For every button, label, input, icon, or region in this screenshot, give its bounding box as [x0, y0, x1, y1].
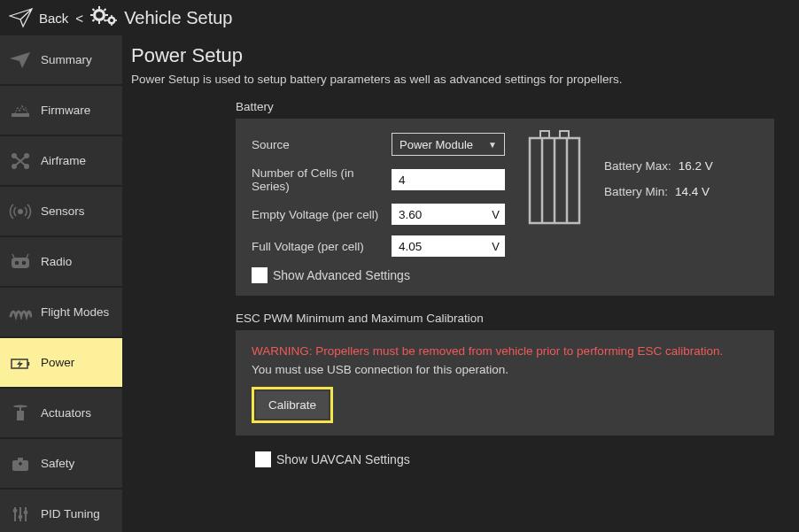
esc-note: You must use USB connection for this ope…	[252, 363, 758, 376]
power-icon	[7, 354, 34, 372]
page-header-title: Vehicle Setup	[124, 8, 232, 28]
sidebar-item-firmware[interactable]: Firmware	[0, 86, 122, 135]
svg-line-25	[12, 254, 14, 258]
svg-rect-4	[92, 8, 96, 12]
svg-rect-2	[90, 14, 93, 16]
sidebar-item-actuators[interactable]: Actuators	[0, 389, 122, 437]
battery-panel: Source Power Module ▼ Number of Cells (i…	[236, 119, 774, 296]
full-voltage-input[interactable]: 4.05 V	[392, 235, 505, 257]
safety-icon	[7, 454, 34, 474]
calibrate-highlight: Calibrate	[252, 387, 333, 423]
svg-point-24	[22, 260, 27, 265]
battery-max-value: 16.2 V	[679, 159, 713, 173]
show-advanced-label: Show Advanced Settings	[273, 268, 410, 282]
show-advanced-checkbox[interactable]	[252, 267, 268, 283]
sidebar-item-safety[interactable]: Safety	[0, 439, 122, 488]
empty-voltage-unit: V	[492, 208, 500, 221]
sensors-icon	[7, 202, 34, 221]
page-description: Power Setup is used to setup battery par…	[131, 73, 790, 86]
show-uavcan-label: Show UAVCAN Settings	[276, 452, 410, 466]
sidebar-item-flight-modes[interactable]: Flight Modes	[0, 288, 122, 336]
sidebar-item-label: PID Tuning	[41, 507, 100, 520]
battery-icon	[526, 129, 583, 283]
sidebar-item-label: Safety	[41, 457, 74, 470]
svg-rect-1	[98, 21, 100, 24]
page-title: Power Setup	[131, 44, 790, 67]
esc-warning: WARNING: Propellers must be removed from…	[252, 344, 758, 358]
sidebar-item-label: Power	[41, 356, 74, 369]
sidebar-item-label: Flight Modes	[41, 305, 109, 319]
back-button[interactable]: Back	[39, 11, 68, 26]
battery-section-label: Battery	[236, 100, 790, 113]
svg-rect-0	[98, 6, 100, 9]
cells-input[interactable]: 4	[392, 169, 505, 190]
svg-line-26	[27, 254, 28, 258]
source-select[interactable]: Power Module ▼	[392, 133, 505, 156]
svg-rect-22	[12, 258, 29, 268]
cells-value: 4	[399, 173, 406, 187]
svg-point-39	[13, 508, 18, 513]
empty-voltage-label: Empty Voltage (per cell)	[252, 208, 392, 221]
airframe-icon	[7, 151, 34, 171]
sidebar: Summary Firmware Airframe Sensors Radio	[0, 35, 124, 532]
content-area: Power Setup Power Setup is used to setup…	[124, 35, 799, 532]
battery-max-label: Battery Max:	[604, 159, 671, 173]
sidebar-item-label: Airframe	[41, 154, 86, 167]
actuators-icon	[7, 404, 34, 423]
chevron-down-icon: ▼	[488, 140, 497, 150]
svg-rect-11	[111, 23, 112, 25]
sidebar-item-summary[interactable]: Summary	[0, 35, 122, 84]
back-chevron: <	[74, 11, 85, 26]
svg-rect-3	[105, 14, 108, 16]
svg-rect-14	[12, 113, 29, 117]
sidebar-item-pid-tuning[interactable]: PID Tuning	[0, 490, 122, 532]
firmware-icon	[7, 102, 34, 120]
svg-point-41	[24, 510, 28, 514]
sidebar-item-airframe[interactable]: Airframe	[0, 136, 122, 185]
esc-panel: WARNING: Propellers must be removed from…	[236, 330, 774, 436]
svg-rect-7	[104, 8, 107, 12]
show-uavcan-checkbox[interactable]	[255, 451, 271, 467]
radio-icon	[7, 253, 34, 271]
plane-icon	[7, 51, 34, 69]
svg-rect-33	[18, 458, 23, 461]
svg-rect-12	[106, 19, 108, 21]
esc-section-label: ESC PWM Minimum and Maximum Calibration	[236, 312, 790, 325]
cells-label: Number of Cells (in Series)	[252, 166, 392, 193]
battery-min-label: Battery Min:	[604, 185, 668, 198]
paper-plane-icon	[9, 7, 34, 28]
sidebar-item-label: Radio	[41, 255, 72, 268]
sidebar-item-label: Actuators	[41, 406, 91, 420]
svg-point-23	[15, 260, 19, 265]
sidebar-item-label: Firmware	[41, 104, 90, 117]
full-voltage-label: Full Voltage (per cell)	[252, 240, 392, 253]
sidebar-item-sensors[interactable]: Sensors	[0, 187, 122, 235]
sidebar-item-label: Summary	[41, 53, 92, 66]
svg-rect-28	[27, 362, 29, 366]
svg-rect-29	[17, 411, 24, 420]
svg-rect-10	[111, 15, 112, 17]
svg-rect-13	[115, 19, 117, 21]
empty-voltage-value: 3.60	[399, 208, 422, 221]
svg-rect-5	[104, 19, 107, 22]
source-value: Power Module	[400, 138, 473, 151]
gears-icon	[90, 6, 119, 30]
calibrate-button[interactable]: Calibrate	[256, 391, 329, 419]
sidebar-item-radio[interactable]: Radio	[0, 237, 122, 286]
svg-point-40	[19, 514, 23, 519]
svg-rect-35	[19, 461, 21, 465]
empty-voltage-input[interactable]: 3.60 V	[392, 204, 505, 225]
svg-point-31	[13, 405, 27, 407]
svg-point-21	[19, 209, 22, 212]
sliders-icon	[7, 505, 34, 524]
svg-rect-6	[92, 19, 96, 22]
sidebar-item-label: Sensors	[41, 204, 85, 218]
sidebar-item-power[interactable]: Power	[0, 338, 122, 387]
svg-rect-32	[12, 460, 28, 471]
battery-min-value: 14.4 V	[675, 185, 710, 198]
svg-point-9	[110, 19, 113, 22]
source-label: Source	[252, 138, 392, 151]
topbar: Back < Vehicle Setup	[0, 0, 799, 35]
flight-modes-icon	[7, 304, 34, 321]
full-voltage-unit: V	[492, 240, 500, 253]
